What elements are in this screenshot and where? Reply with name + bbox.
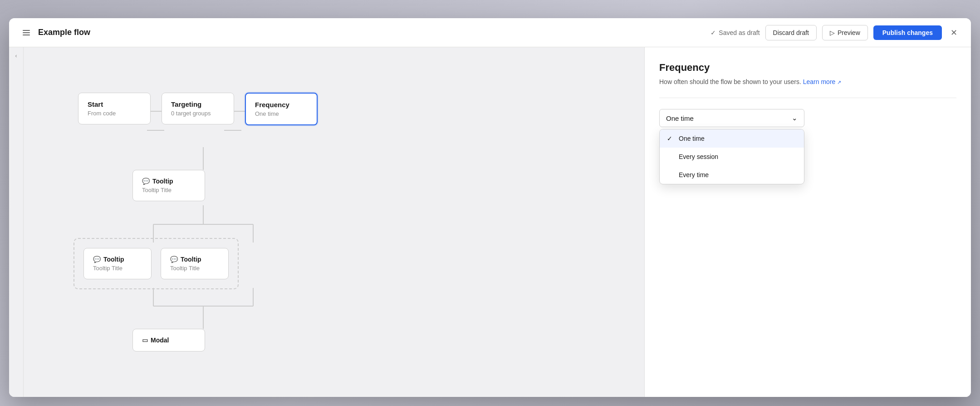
left-sidebar: ‹ — [9, 47, 24, 397]
canvas-area: Start From code Targeting 0 target group… — [24, 47, 644, 397]
dropdown-selected-value: One time — [666, 114, 694, 122]
main-area: ‹ — [9, 47, 971, 397]
publish-button[interactable]: Publish changes — [873, 25, 942, 40]
tooltip1-subtitle: Tooltip Title — [142, 187, 196, 193]
check-icon: ✓ — [667, 135, 674, 142]
header: Example flow ✓ Saved as draft Discard dr… — [9, 18, 971, 47]
connector-h-1 — [151, 111, 162, 112]
modal-icon: ▭ — [142, 337, 148, 344]
tooltip1-icon: 💬 — [142, 178, 150, 185]
flow-nodes-row: Start From code Targeting 0 target group… — [78, 93, 318, 125]
tooltip1-title-row: 💬 Tooltip — [142, 178, 196, 185]
learn-more-link[interactable]: Learn more ↗ — [803, 78, 841, 85]
tooltip3-title: Tooltip — [181, 256, 201, 263]
svg-rect-0 — [23, 30, 30, 31]
preview-button[interactable]: ▷ Preview — [822, 25, 868, 40]
dropdown-option-every-time[interactable]: Every time — [660, 166, 804, 184]
right-panel: Frequency How often should the flow be s… — [644, 47, 971, 397]
tooltip3-subtitle: Tooltip Title — [170, 265, 219, 272]
tooltip2-node[interactable]: 💬 Tooltip Tooltip Title — [83, 248, 152, 279]
tooltip3-title-row: 💬 Tooltip — [170, 256, 219, 263]
tooltip2-subtitle: Tooltip Title — [93, 265, 142, 272]
header-right: ✓ Saved as draft Discard draft ▷ Preview… — [710, 25, 960, 40]
tooltip1-node-wrapper: 💬 Tooltip Tooltip Title — [132, 170, 205, 201]
panel-divider — [659, 98, 956, 98]
start-node-title: Start — [88, 100, 141, 108]
check-icon: ✓ — [710, 29, 716, 36]
app-window: Example flow ✓ Saved as draft Discard dr… — [9, 18, 971, 397]
discard-draft-button[interactable]: Discard draft — [765, 25, 817, 40]
start-node-subtitle: From code — [88, 110, 141, 117]
frequency-dropdown-menu: ✓ One time Every session Every time — [659, 129, 804, 184]
branch-wrapper: 💬 Tooltip Tooltip Title 💬 Tooltip Toolti… — [74, 238, 239, 289]
tooltip3-icon: 💬 — [170, 256, 178, 263]
panel-desc: How often should the flow be shown to yo… — [659, 77, 956, 87]
tooltip1-node[interactable]: 💬 Tooltip Tooltip Title — [132, 170, 205, 201]
preview-icon: ▷ — [830, 29, 835, 36]
saved-draft-status: ✓ Saved as draft — [710, 29, 760, 36]
header-left: Example flow — [20, 26, 90, 39]
sidebar-chevron-icon[interactable]: ‹ — [15, 53, 17, 59]
dropdown-option-every-session[interactable]: Every session — [660, 148, 804, 166]
modal-title-row: ▭ Modal — [142, 337, 196, 344]
modal-node-wrapper: ▭ Modal — [132, 329, 205, 352]
targeting-node-title: Targeting — [171, 100, 225, 108]
tooltip2-title-row: 💬 Tooltip — [93, 256, 142, 263]
close-button[interactable]: ✕ — [947, 26, 960, 39]
dropdown-option-one-time[interactable]: ✓ One time — [660, 129, 804, 148]
frequency-node-title: Frequency — [255, 101, 308, 109]
external-link-icon: ↗ — [837, 79, 841, 85]
modal-node[interactable]: ▭ Modal — [132, 329, 205, 352]
frequency-dropdown-wrapper: One time ⌄ ✓ One time Every session Ever… — [659, 109, 804, 127]
targeting-node[interactable]: Targeting 0 target groups — [162, 93, 234, 124]
start-node[interactable]: Start From code — [78, 93, 151, 124]
modal-title: Modal — [151, 337, 169, 344]
tooltip2-title: Tooltip — [103, 256, 124, 263]
sidebar-toggle-icon[interactable] — [20, 26, 33, 39]
flow-title: Example flow — [38, 28, 90, 37]
frequency-node-subtitle: One time — [255, 110, 308, 117]
connector-h-2 — [234, 111, 245, 112]
svg-rect-1 — [23, 32, 30, 33]
tooltip1-title: Tooltip — [152, 178, 173, 185]
frequency-dropdown[interactable]: One time ⌄ — [659, 109, 804, 127]
branch-container: 💬 Tooltip Tooltip Title 💬 Tooltip Toolti… — [74, 238, 239, 289]
svg-rect-2 — [23, 35, 30, 35]
chevron-down-icon: ⌄ — [792, 114, 798, 122]
tooltip2-icon: 💬 — [93, 256, 101, 263]
tooltip3-node[interactable]: 💬 Tooltip Tooltip Title — [161, 248, 229, 279]
targeting-node-subtitle: 0 target groups — [171, 110, 225, 117]
frequency-node[interactable]: Frequency One time — [245, 93, 318, 125]
panel-title: Frequency — [659, 62, 956, 74]
